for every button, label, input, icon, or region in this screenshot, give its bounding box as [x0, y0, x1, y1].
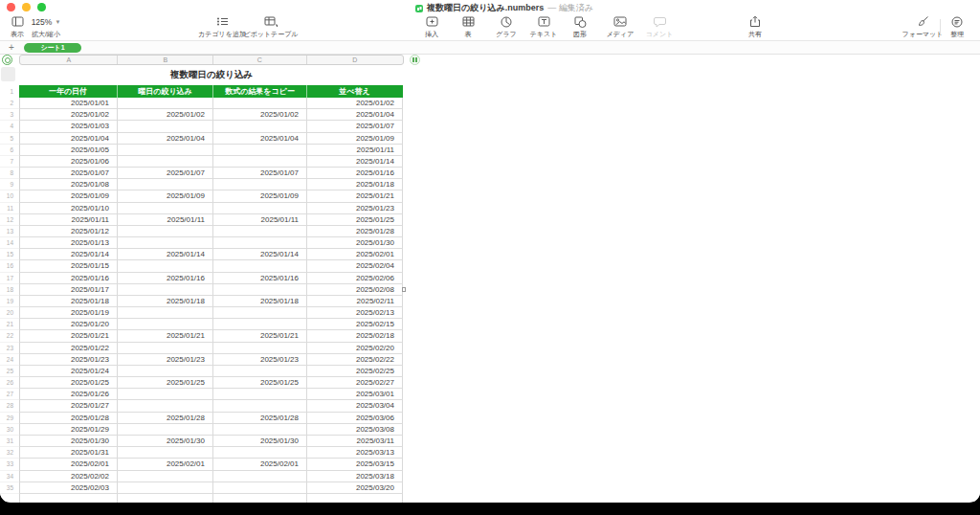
table-row[interactable]: 20 2025/01/19 2025/02/13 — [0, 307, 412, 319]
column-header-b[interactable]: B — [118, 56, 213, 64]
cell-c[interactable] — [213, 98, 307, 109]
cell-c[interactable] — [213, 284, 307, 296]
column-header-c[interactable]: C — [213, 56, 307, 64]
cell-a[interactable]: 2025/02/03 — [19, 482, 118, 494]
cell-d[interactable]: 2025/01/14 — [307, 156, 403, 168]
cell-b[interactable] — [118, 447, 213, 459]
sheet-canvas[interactable]: A B C D 複数曜日の絞り込み 1 一年の日付 曜日の絞り込み 数式の結果を… — [0, 55, 980, 502]
header-cell-c[interactable]: 数式の結果をコピー — [213, 85, 307, 98]
table-row[interactable]: 30 2025/01/29 2025/03/08 — [0, 424, 412, 436]
cell-d[interactable]: 2025/02/20 — [307, 343, 403, 354]
cell-d[interactable]: 2025/03/13 — [307, 447, 403, 459]
table-row[interactable]: 31 2025/01/30 2025/01/30 2025/01/30 2025… — [0, 436, 412, 447]
cell-a[interactable]: 2025/01/03 — [19, 121, 118, 132]
cell-a[interactable]: 2025/01/18 — [19, 296, 118, 307]
cell-b[interactable]: 2025/01/16 — [118, 273, 213, 284]
table-row[interactable]: 19 2025/01/18 2025/01/18 2025/01/18 2025… — [0, 296, 412, 307]
cell-b[interactable] — [118, 494, 213, 503]
column-header-bar[interactable]: A B C D — [19, 55, 404, 65]
cell-c[interactable] — [213, 179, 307, 190]
table-row[interactable]: 27 2025/01/26 2025/03/01 — [0, 389, 412, 400]
share-button[interactable]: 共有 — [726, 15, 784, 39]
table-row[interactable]: 24 2025/01/23 2025/01/23 2025/01/23 2025… — [0, 354, 412, 366]
cell-d[interactable]: 2025/02/11 — [307, 296, 403, 307]
cell-a[interactable]: 2025/01/21 — [19, 330, 118, 342]
cell-b[interactable]: 2025/01/04 — [118, 133, 213, 145]
cell-d[interactable]: 2025/02/25 — [307, 366, 403, 377]
cell-a[interactable]: 2025/01/31 — [19, 447, 118, 459]
table-row[interactable]: 10 2025/01/09 2025/01/09 2025/01/09 2025… — [0, 190, 412, 202]
cell-c[interactable] — [213, 203, 307, 214]
cell-d[interactable]: 2025/03/01 — [307, 389, 403, 400]
column-header-d[interactable]: D — [307, 56, 404, 64]
cell-a[interactable]: 2025/01/08 — [19, 179, 118, 190]
table-row[interactable]: 6 2025/01/05 2025/01/11 — [0, 145, 412, 156]
table-row[interactable]: 32 2025/01/31 2025/03/13 — [0, 447, 412, 459]
cell-a[interactable]: 2025/01/06 — [19, 156, 118, 168]
cell-a[interactable] — [19, 494, 118, 503]
cell-c[interactable] — [213, 307, 307, 319]
cell-b[interactable]: 2025/01/21 — [118, 330, 213, 342]
cell-b[interactable]: 2025/01/18 — [118, 296, 213, 307]
cell-b[interactable] — [118, 156, 213, 168]
cell-b[interactable] — [118, 482, 213, 494]
add-column-handle-icon[interactable] — [410, 55, 420, 65]
cell-b[interactable] — [118, 424, 213, 436]
cell-b[interactable] — [118, 307, 213, 319]
table-row[interactable]: 8 2025/01/07 2025/01/07 2025/01/07 2025/… — [0, 168, 412, 179]
cell-c[interactable] — [213, 424, 307, 436]
cell-b[interactable]: 2025/01/11 — [118, 214, 213, 226]
cell-a[interactable]: 2025/01/19 — [19, 307, 118, 319]
cell-d[interactable]: 2025/02/04 — [307, 260, 403, 272]
cell-b[interactable] — [118, 284, 213, 296]
cell-d[interactable]: 2025/02/13 — [307, 307, 403, 319]
cell-c[interactable] — [213, 121, 307, 132]
cell-d[interactable]: 2025/02/15 — [307, 319, 403, 330]
cell-c[interactable] — [213, 389, 307, 400]
cell-c[interactable]: 2025/01/02 — [213, 109, 307, 121]
cell-d[interactable]: 2025/03/08 — [307, 424, 403, 436]
cell-d[interactable]: 2025/02/06 — [307, 273, 403, 284]
cell-d[interactable]: 2025/01/25 — [307, 214, 403, 226]
cell-c[interactable] — [213, 237, 307, 249]
table-row[interactable]: 28 2025/01/27 2025/03/04 — [0, 400, 412, 412]
table-row[interactable]: 26 2025/01/25 2025/01/25 2025/01/25 2025… — [0, 377, 412, 389]
cell-a[interactable]: 2025/01/13 — [19, 237, 118, 249]
cell-a[interactable]: 2025/01/01 — [19, 98, 118, 109]
cell-d[interactable]: 2025/03/20 — [307, 482, 403, 494]
cell-b[interactable] — [118, 389, 213, 400]
cell-c[interactable] — [213, 319, 307, 330]
cell-d[interactable]: 2025/01/11 — [307, 145, 403, 156]
table-row[interactable]: 15 2025/01/14 2025/01/14 2025/01/14 2025… — [0, 249, 412, 260]
table-row[interactable]: 23 2025/01/22 2025/02/20 — [0, 343, 412, 354]
cell-a[interactable]: 2025/02/02 — [19, 471, 118, 482]
cell-c[interactable] — [213, 447, 307, 459]
cell-c[interactable] — [213, 260, 307, 272]
cell-d[interactable]: 2025/02/08 — [307, 284, 403, 296]
cell-c[interactable]: 2025/01/14 — [213, 249, 307, 260]
cell-c[interactable] — [213, 482, 307, 494]
cell-d[interactable]: 2025/02/18 — [307, 330, 403, 342]
table-row[interactable]: 14 2025/01/13 2025/01/30 — [0, 237, 412, 249]
cell-d[interactable]: 2025/03/18 — [307, 471, 403, 482]
cell-d[interactable]: 2025/03/04 — [307, 400, 403, 412]
cell-c[interactable]: 2025/01/07 — [213, 168, 307, 179]
cell-d[interactable]: 2025/01/07 — [307, 121, 403, 132]
table-row[interactable]: 2 2025/01/01 2025/01/02 — [0, 98, 412, 109]
cell-c[interactable]: 2025/01/18 — [213, 296, 307, 307]
cell-b[interactable] — [118, 203, 213, 214]
cell-a[interactable]: 2025/01/27 — [19, 400, 118, 412]
cell-b[interactable]: 2025/01/23 — [118, 354, 213, 366]
cell-c[interactable]: 2025/01/25 — [213, 377, 307, 389]
cell-b[interactable]: 2025/01/07 — [118, 168, 213, 179]
table-row[interactable]: 22 2025/01/21 2025/01/21 2025/01/21 2025… — [0, 330, 412, 342]
cell-c[interactable] — [213, 156, 307, 168]
cell-b[interactable]: 2025/02/01 — [118, 459, 213, 470]
add-sheet-button[interactable]: + — [9, 41, 14, 54]
cell-b[interactable] — [118, 260, 213, 272]
cell-b[interactable]: 2025/01/14 — [118, 249, 213, 260]
cell-a[interactable]: 2025/01/05 — [19, 145, 118, 156]
cell-b[interactable] — [118, 98, 213, 109]
cell-c[interactable]: 2025/01/21 — [213, 330, 307, 342]
cell-a[interactable]: 2025/01/26 — [19, 389, 118, 400]
